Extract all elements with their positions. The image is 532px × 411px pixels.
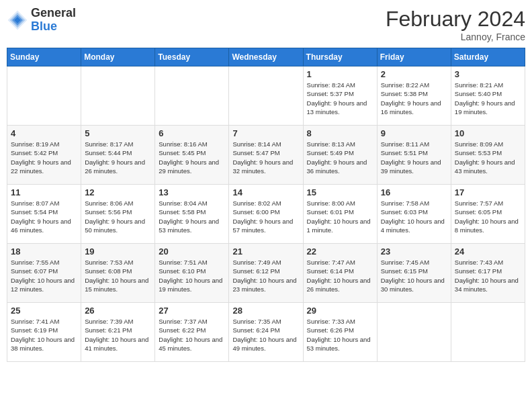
calendar-day-cell <box>7 66 81 126</box>
calendar-day-cell: 11Sunrise: 8:07 AM Sunset: 5:54 PM Dayli… <box>7 185 81 244</box>
day-info: Sunrise: 8:16 AM Sunset: 5:45 PM Dayligh… <box>159 140 225 175</box>
day-number: 25 <box>11 306 77 316</box>
day-info: Sunrise: 8:24 AM Sunset: 5:37 PM Dayligh… <box>307 81 373 116</box>
day-number: 14 <box>232 187 299 197</box>
day-number: 9 <box>381 128 447 138</box>
calendar-day-cell: 9Sunrise: 8:11 AM Sunset: 5:51 PM Daylig… <box>377 126 451 185</box>
calendar-day-cell: 24Sunrise: 7:43 AM Sunset: 6:17 PM Dayli… <box>451 244 525 303</box>
day-number: 16 <box>381 187 447 197</box>
calendar-day-cell: 21Sunrise: 7:49 AM Sunset: 6:12 PM Dayli… <box>229 244 303 303</box>
day-info: Sunrise: 8:11 AM Sunset: 5:51 PM Dayligh… <box>381 140 447 175</box>
calendar-day-cell <box>229 66 303 126</box>
day-info: Sunrise: 7:57 AM Sunset: 6:05 PM Dayligh… <box>455 199 521 234</box>
day-info: Sunrise: 7:39 AM Sunset: 6:21 PM Dayligh… <box>85 317 151 353</box>
calendar-week-row: 11Sunrise: 8:07 AM Sunset: 5:54 PM Dayli… <box>7 185 525 244</box>
calendar-day-cell: 17Sunrise: 7:57 AM Sunset: 6:05 PM Dayli… <box>451 185 525 244</box>
day-info: Sunrise: 7:47 AM Sunset: 6:14 PM Dayligh… <box>307 258 373 293</box>
calendar-table: SundayMondayTuesdayWednesdayThursdayFrid… <box>7 48 525 362</box>
calendar-day-cell: 27Sunrise: 7:37 AM Sunset: 6:22 PM Dayli… <box>155 303 229 362</box>
calendar-day-cell: 29Sunrise: 7:33 AM Sunset: 6:26 PM Dayli… <box>303 303 377 362</box>
logo-blue: Blue <box>31 20 76 34</box>
day-number: 12 <box>85 187 151 197</box>
calendar-day-cell: 2Sunrise: 8:22 AM Sunset: 5:38 PM Daylig… <box>377 66 451 126</box>
day-info: Sunrise: 7:49 AM Sunset: 6:12 PM Dayligh… <box>232 258 299 293</box>
day-info: Sunrise: 8:13 AM Sunset: 5:49 PM Dayligh… <box>307 140 373 175</box>
calendar-day-header: Sunday <box>7 48 81 66</box>
day-number: 3 <box>455 69 521 79</box>
calendar-day-cell: 6Sunrise: 8:16 AM Sunset: 5:45 PM Daylig… <box>155 126 229 185</box>
day-info: Sunrise: 8:21 AM Sunset: 5:40 PM Dayligh… <box>455 81 521 116</box>
calendar-day-cell <box>155 66 229 126</box>
calendar-day-cell: 18Sunrise: 7:55 AM Sunset: 6:07 PM Dayli… <box>7 244 81 303</box>
day-info: Sunrise: 8:09 AM Sunset: 5:53 PM Dayligh… <box>455 140 521 175</box>
calendar-day-cell: 14Sunrise: 8:02 AM Sunset: 6:00 PM Dayli… <box>229 185 303 244</box>
day-info: Sunrise: 7:45 AM Sunset: 6:15 PM Dayligh… <box>381 258 447 293</box>
day-info: Sunrise: 7:43 AM Sunset: 6:17 PM Dayligh… <box>455 258 521 293</box>
title-area: February 2024 Lannoy, France <box>386 7 525 42</box>
day-number: 21 <box>232 246 299 257</box>
day-info: Sunrise: 8:14 AM Sunset: 5:47 PM Dayligh… <box>232 140 299 175</box>
day-info: Sunrise: 8:06 AM Sunset: 5:56 PM Dayligh… <box>85 199 151 234</box>
calendar-day-cell: 28Sunrise: 7:35 AM Sunset: 6:24 PM Dayli… <box>229 303 303 362</box>
day-number: 22 <box>307 246 373 257</box>
day-info: Sunrise: 7:58 AM Sunset: 6:03 PM Dayligh… <box>381 199 447 234</box>
calendar-day-header: Tuesday <box>155 48 229 66</box>
day-info: Sunrise: 8:17 AM Sunset: 5:44 PM Dayligh… <box>85 140 151 175</box>
calendar-day-cell: 5Sunrise: 8:17 AM Sunset: 5:44 PM Daylig… <box>81 126 155 185</box>
calendar-day-cell: 15Sunrise: 8:00 AM Sunset: 6:01 PM Dayli… <box>303 185 377 244</box>
calendar-day-cell: 16Sunrise: 7:58 AM Sunset: 6:03 PM Dayli… <box>377 185 451 244</box>
calendar-day-cell: 12Sunrise: 8:06 AM Sunset: 5:56 PM Dayli… <box>81 185 155 244</box>
day-info: Sunrise: 8:04 AM Sunset: 5:58 PM Dayligh… <box>159 199 225 234</box>
day-info: Sunrise: 7:41 AM Sunset: 6:19 PM Dayligh… <box>11 317 77 353</box>
day-info: Sunrise: 7:55 AM Sunset: 6:07 PM Dayligh… <box>11 258 77 293</box>
day-number: 10 <box>455 128 521 138</box>
calendar-header-row: SundayMondayTuesdayWednesdayThursdayFrid… <box>7 48 525 66</box>
calendar-week-row: 18Sunrise: 7:55 AM Sunset: 6:07 PM Dayli… <box>7 244 525 303</box>
day-number: 4 <box>11 128 77 138</box>
day-number: 19 <box>85 246 151 257</box>
month-title: February 2024 <box>386 7 525 32</box>
calendar-day-cell: 3Sunrise: 8:21 AM Sunset: 5:40 PM Daylig… <box>451 66 525 126</box>
calendar-day-header: Thursday <box>303 48 377 66</box>
day-info: Sunrise: 8:07 AM Sunset: 5:54 PM Dayligh… <box>11 199 77 234</box>
logo-text: General Blue <box>31 7 76 34</box>
day-number: 1 <box>307 69 373 79</box>
calendar-day-cell: 19Sunrise: 7:53 AM Sunset: 6:08 PM Dayli… <box>81 244 155 303</box>
day-number: 20 <box>159 246 225 257</box>
day-number: 27 <box>159 306 225 316</box>
calendar-day-header: Monday <box>81 48 155 66</box>
subtitle: Lannoy, France <box>386 32 525 42</box>
day-number: 15 <box>307 187 373 197</box>
day-info: Sunrise: 7:33 AM Sunset: 6:26 PM Dayligh… <box>307 317 373 353</box>
logo: General Blue <box>7 7 76 34</box>
day-number: 17 <box>455 187 521 197</box>
day-info: Sunrise: 7:53 AM Sunset: 6:08 PM Dayligh… <box>85 258 151 293</box>
logo-icon <box>7 9 28 31</box>
calendar-day-header: Friday <box>377 48 451 66</box>
calendar-day-cell: 8Sunrise: 8:13 AM Sunset: 5:49 PM Daylig… <box>303 126 377 185</box>
day-number: 6 <box>159 128 225 138</box>
calendar-day-cell: 1Sunrise: 8:24 AM Sunset: 5:37 PM Daylig… <box>303 66 377 126</box>
calendar-week-row: 4Sunrise: 8:19 AM Sunset: 5:42 PM Daylig… <box>7 126 525 185</box>
day-info: Sunrise: 8:22 AM Sunset: 5:38 PM Dayligh… <box>381 81 447 116</box>
calendar-week-row: 25Sunrise: 7:41 AM Sunset: 6:19 PM Dayli… <box>7 303 525 362</box>
calendar-day-cell: 25Sunrise: 7:41 AM Sunset: 6:19 PM Dayli… <box>7 303 81 362</box>
calendar-day-cell: 23Sunrise: 7:45 AM Sunset: 6:15 PM Dayli… <box>377 244 451 303</box>
day-number: 7 <box>232 128 299 138</box>
day-number: 26 <box>85 306 151 316</box>
calendar-day-cell <box>81 66 155 126</box>
day-number: 11 <box>11 187 77 197</box>
calendar-day-cell <box>451 303 525 362</box>
day-number: 2 <box>381 69 447 79</box>
calendar-day-cell: 10Sunrise: 8:09 AM Sunset: 5:53 PM Dayli… <box>451 126 525 185</box>
calendar-day-header: Saturday <box>451 48 525 66</box>
day-info: Sunrise: 8:02 AM Sunset: 6:00 PM Dayligh… <box>232 199 299 234</box>
day-number: 29 <box>307 306 373 316</box>
day-info: Sunrise: 7:35 AM Sunset: 6:24 PM Dayligh… <box>232 317 299 353</box>
calendar-day-cell: 26Sunrise: 7:39 AM Sunset: 6:21 PM Dayli… <box>81 303 155 362</box>
calendar-day-cell: 20Sunrise: 7:51 AM Sunset: 6:10 PM Dayli… <box>155 244 229 303</box>
day-number: 8 <box>307 128 373 138</box>
header: General Blue February 2024 Lannoy, Franc… <box>7 7 525 42</box>
day-info: Sunrise: 8:00 AM Sunset: 6:01 PM Dayligh… <box>307 199 373 234</box>
calendar-day-cell <box>377 303 451 362</box>
